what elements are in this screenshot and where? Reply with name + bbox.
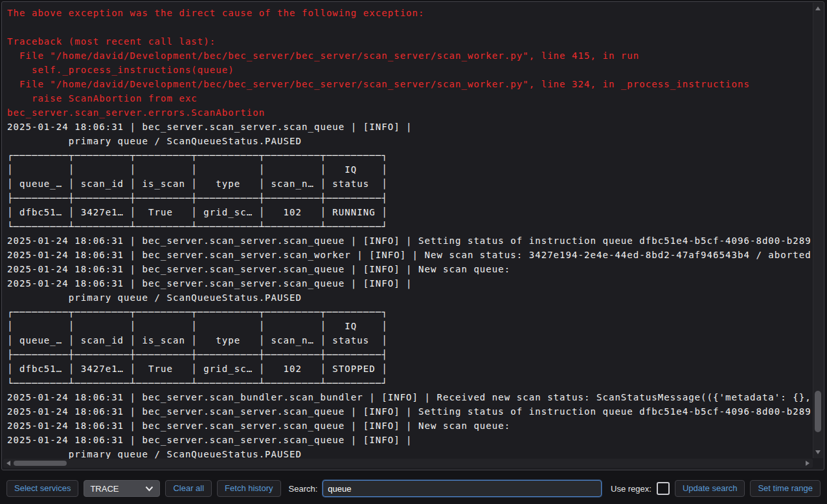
log-output: The above exception was the direct cause… xyxy=(7,6,811,461)
use-regex-label: Use regex: xyxy=(611,484,651,494)
log-line: File "/home/david/Development/bec/bec_se… xyxy=(7,77,811,91)
vertical-scrollbar[interactable] xyxy=(813,3,823,458)
log-line: 2025-01-24 18:06:31 | bec_server.scan_bu… xyxy=(7,390,811,404)
log-line: │ queue_… │ scan_id │ is_scan │ type │ s… xyxy=(7,333,811,347)
log-line: │ │ │ │ │ │ IQ │ xyxy=(7,319,811,333)
log-line: │ dfbc51… │ 3427e1… │ True │ grid_sc… │ … xyxy=(7,362,811,376)
log-level-select[interactable]: TRACE xyxy=(84,480,160,497)
log-viewer[interactable]: The above exception was the direct cause… xyxy=(1,1,824,470)
log-line: 2025-01-24 18:06:31 | bec_server.scan_se… xyxy=(7,248,811,262)
log-line: 2025-01-24 18:06:31 | bec_server.scan_se… xyxy=(7,262,811,276)
select-services-button[interactable]: Select services xyxy=(6,480,78,497)
log-line: Traceback (most recent call last): xyxy=(7,34,811,49)
log-line: primary queue / ScanQueueStatus.PAUSED xyxy=(7,134,811,148)
log-line: File "/home/david/Development/bec/bec_se… xyxy=(7,49,811,63)
fetch-history-button[interactable]: Fetch history xyxy=(217,480,280,497)
log-line: │ dfbc51… │ 3427e1… │ True │ grid_sc… │ … xyxy=(7,205,811,219)
scroll-up-icon[interactable] xyxy=(815,6,821,10)
search-label: Search: xyxy=(289,484,318,494)
log-toolbar: Select services TRACE Clear all Fetch hi… xyxy=(0,473,827,504)
log-line: 2025-01-24 18:06:31 | bec_server.scan_se… xyxy=(7,120,811,134)
log-line: primary queue / ScanQueueStatus.PAUSED xyxy=(7,290,811,305)
log-line: 2025-01-24 18:06:31 | bec_server.scan_se… xyxy=(7,234,811,248)
log-line: │ │ │ │ │ │ IQ │ xyxy=(7,162,811,177)
scroll-left-icon[interactable] xyxy=(6,461,10,466)
log-line: ┌─────────┬─────────┬─────────┬─────────… xyxy=(7,305,811,319)
scroll-right-icon[interactable] xyxy=(806,461,810,466)
clear-all-button[interactable]: Clear all xyxy=(165,480,212,497)
log-line: 2025-01-24 18:06:31 | bec_server.scan_se… xyxy=(7,404,811,419)
log-line: 2025-01-24 18:06:31 | bec_server.scan_se… xyxy=(7,419,811,433)
log-line: bec_server.scan_server.errors.ScanAborti… xyxy=(7,105,811,120)
horizontal-scrollbar[interactable] xyxy=(3,459,813,468)
log-line: 2025-01-24 18:06:31 | bec_server.scan_se… xyxy=(7,276,811,290)
log-line: ┌─────────┬─────────┬─────────┬─────────… xyxy=(7,148,811,162)
use-regex-checkbox[interactable] xyxy=(657,482,670,495)
log-line xyxy=(7,20,811,34)
update-search-button[interactable]: Update search xyxy=(675,480,745,497)
chevron-down-icon xyxy=(145,486,153,492)
log-line: └─────────┴─────────┴─────────┴─────────… xyxy=(7,219,811,234)
scroll-down-icon[interactable] xyxy=(815,450,821,454)
log-level-value: TRACE xyxy=(90,484,119,494)
log-line: 2025-01-24 18:06:31 | bec_server.scan_se… xyxy=(7,433,811,447)
set-time-range-button[interactable]: Set time range xyxy=(750,480,821,497)
log-line: └─────────┴─────────┴─────────┴─────────… xyxy=(7,376,811,390)
horizontal-scrollbar-thumb[interactable] xyxy=(14,461,67,466)
log-line: │ queue_… │ scan_id │ is_scan │ type │ s… xyxy=(7,177,811,191)
log-line: raise ScanAbortion from exc xyxy=(7,91,811,105)
log-line: ├─────────┼─────────┼─────────┼─────────… xyxy=(7,191,811,205)
vertical-scrollbar-thumb[interactable] xyxy=(815,391,821,432)
log-line: self._process_instructions(queue) xyxy=(7,63,811,77)
log-line: The above exception was the direct cause… xyxy=(7,6,811,20)
log-line: ├─────────┼─────────┼─────────┼─────────… xyxy=(7,347,811,362)
search-input[interactable] xyxy=(323,480,602,497)
